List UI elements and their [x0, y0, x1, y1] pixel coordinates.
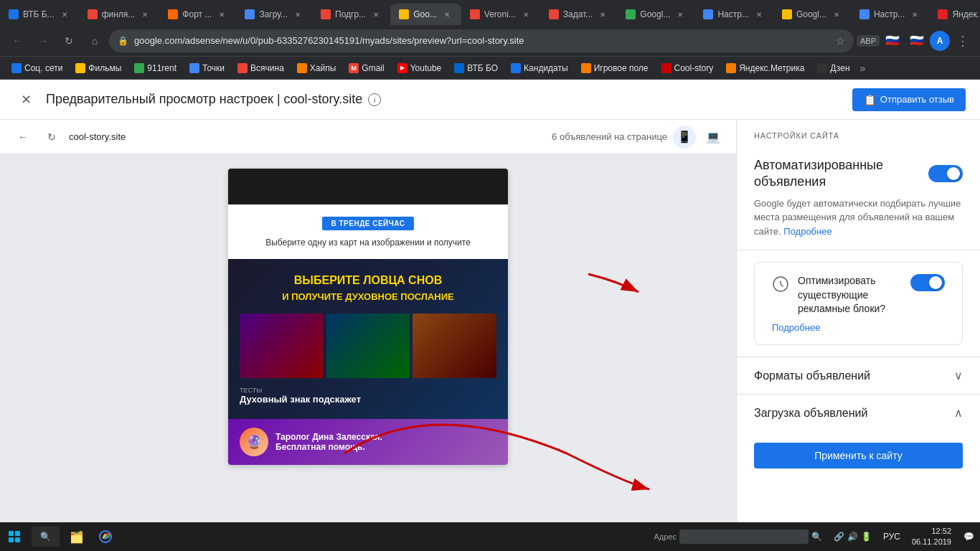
home-button[interactable]: ⌂ — [83, 29, 106, 52]
mobile-device-button[interactable]: 📱 — [673, 126, 696, 149]
address-label: Адрес — [654, 532, 677, 541]
trending-text: Выберите одну из карт на изображении и п… — [240, 237, 496, 248]
notification-button[interactable]: 💬 — [957, 522, 980, 551]
tab-google-active[interactable]: Goo... ✕ — [390, 4, 461, 25]
bookmarks-bar: Соц. сети Фильмы 911rent Точки Всячина Х… — [0, 57, 980, 80]
menu-button[interactable]: ⋮ — [951, 29, 974, 52]
bookmark-label: Игровое поле — [594, 63, 649, 73]
taskbar-right: Адрес 🔍 🔗 🔊 🔋 РУС 12:52 06.11.2019 💬 — [648, 522, 980, 551]
tab-favicon — [549, 9, 559, 19]
bookmark-dzen[interactable]: Дзен — [811, 61, 855, 75]
bookmark-yandex-metrika[interactable]: Яндекс.Метрика — [720, 61, 810, 75]
address-bar[interactable]: 🔒 google.com/adsense/new/u/0/pub-6335276… — [109, 29, 854, 52]
tab-veroni[interactable]: Veroni... ✕ — [461, 4, 540, 25]
info-icon[interactable]: i — [368, 93, 381, 106]
bookmark-favicon: ▶ — [397, 63, 407, 73]
bookmark-favicon — [454, 63, 464, 73]
back-button[interactable]: ← — [6, 29, 29, 52]
preview-back-button[interactable]: ← — [11, 126, 34, 149]
auto-ads-link[interactable]: Подробнее — [783, 226, 831, 237]
preview-reload-button[interactable]: ↻ — [40, 126, 63, 149]
preview-url: cool-story.site — [69, 131, 546, 142]
bookmark-youtube[interactable]: ▶ Youtube — [392, 61, 448, 75]
tab-close-icon[interactable]: ✕ — [59, 9, 70, 20]
taskbar-chrome-icon[interactable] — [91, 522, 120, 551]
apply-button[interactable]: Применить к сайту — [754, 443, 963, 468]
taskbar-search[interactable]: 🔍 — [32, 527, 60, 547]
formats-row[interactable]: Форматы объявлений ∨ — [737, 357, 980, 394]
bookmark-vsyachina[interactable]: Всячина — [232, 61, 290, 75]
loading-title: Загрузка объявлений — [754, 407, 867, 420]
bookmark-gmail[interactable]: M Gmail — [343, 61, 390, 75]
reload-button[interactable]: ↻ — [57, 29, 80, 52]
taskbar-address-input[interactable] — [679, 529, 809, 544]
tab-yandex[interactable]: Яндек... ✕ — [929, 4, 980, 25]
bookmark-cool-story[interactable]: Cool-story — [656, 61, 720, 75]
tab-label: Настр... — [874, 9, 905, 19]
tab-close-icon[interactable]: ✕ — [139, 9, 151, 20]
tab-googl2[interactable]: Googl... ✕ — [617, 4, 694, 25]
bookmark-star-icon[interactable]: ☆ — [836, 35, 845, 47]
loading-row[interactable]: Загрузка объявлений ∧ — [737, 395, 980, 431]
search-go-icon[interactable]: 🔍 — [811, 532, 822, 542]
bookmark-label: Gmail — [362, 63, 384, 73]
tab-nastr[interactable]: Настр... ✕ — [694, 4, 773, 25]
settings-section-title: НАСТРОЙКИ САЙТА — [737, 120, 980, 146]
tab-favicon — [168, 9, 178, 19]
bookmark-soc-seti[interactable]: Соц. сети — [6, 61, 68, 75]
tab-favicon — [938, 9, 948, 19]
promo-title-line1: ВЫБЕРИТЕ ЛОВЦА СНОВ — [240, 273, 496, 288]
bookmark-favicon — [75, 63, 85, 73]
auto-ads-header: Автоматизированные объявления — [754, 157, 963, 191]
bookmark-vtb-bo[interactable]: ВТБ БО — [448, 61, 504, 75]
taskbar-system-icons: 🔗 🔊 🔋 — [828, 532, 877, 542]
tab-label: Googl... — [640, 9, 670, 19]
tab-fort[interactable]: Форт ... ✕ — [159, 4, 236, 25]
tab-googl3[interactable]: Googl... ✕ — [773, 4, 851, 25]
address-bar-url: google.com/adsense/new/u/0/pub-633527623… — [134, 35, 830, 46]
tab-close-icon[interactable]: ✕ — [292, 9, 303, 20]
tab-close-icon[interactable]: ✕ — [216, 9, 227, 20]
taskbar-files-icon[interactable]: 🗂️ — [62, 522, 91, 551]
tab-close-icon[interactable]: ✕ — [370, 9, 382, 20]
bookmark-igrovoe-pole[interactable]: Игровое поле — [575, 61, 654, 75]
desktop-device-button[interactable]: 💻 — [702, 126, 725, 149]
tab-list: ВТБ Б... ✕ финля... ✕ Форт ... ✕ Загру..… — [0, 0, 980, 25]
forward-button[interactable]: → — [32, 29, 55, 52]
tab-finly[interactable]: финля... ✕ — [79, 4, 160, 25]
bookmark-khaipy[interactable]: Хайпы — [291, 61, 342, 75]
bookmark-kandidaty[interactable]: Кандидаты — [505, 61, 574, 75]
tab-podgr[interactable]: Подгр... ✕ — [312, 4, 390, 25]
preview-area: ← ↻ cool-story.site 6 объявлений на стра… — [0, 120, 980, 522]
bookmark-filmy[interactable]: Фильмы — [70, 61, 127, 75]
tab-nastr2[interactable]: Настр... ✕ — [851, 4, 930, 25]
send-feedback-button[interactable]: 📋 Отправить отзыв — [852, 88, 966, 111]
tab-close-icon[interactable]: ✕ — [441, 9, 453, 20]
auto-ads-toggle[interactable] — [928, 165, 963, 182]
tab-close-icon[interactable]: ✕ — [674, 9, 686, 20]
tab-close-icon[interactable]: ✕ — [909, 9, 920, 20]
tab-close-icon[interactable]: ✕ — [597, 9, 608, 20]
language-button[interactable]: РУС — [877, 532, 906, 542]
close-preview-button[interactable]: ✕ — [14, 88, 37, 111]
bookmark-911rent[interactable]: 911rent — [128, 61, 182, 75]
navigation-bar: ← → ↻ ⌂ 🔒 google.com/adsense/new/u/0/pub… — [0, 25, 980, 57]
auto-ads-section: Автоматизированные объявления Google буд… — [737, 146, 980, 250]
bookmark-tochki[interactable]: Точки — [184, 61, 230, 75]
promo-test-label: ТЕСТЫ — [240, 387, 496, 394]
optimize-toggle[interactable] — [910, 274, 945, 291]
start-button[interactable] — [0, 522, 29, 551]
tab-vtb[interactable]: ВТБ Б... ✕ — [0, 4, 79, 25]
battery-icon: 🔋 — [861, 532, 872, 542]
tab-zagr[interactable]: Загру... ✕ — [236, 4, 312, 25]
tab-close-icon[interactable]: ✕ — [831, 9, 842, 20]
profile-button[interactable]: A — [930, 31, 950, 51]
tab-zadat[interactable]: Задат... ✕ — [540, 4, 618, 25]
tab-close-icon[interactable]: ✕ — [520, 9, 532, 20]
optimize-link[interactable]: Подробнее — [772, 322, 945, 333]
tab-close-icon[interactable]: ✕ — [753, 9, 765, 20]
bookmarks-more-icon[interactable]: » — [857, 60, 869, 76]
tab-favicon — [9, 9, 19, 19]
bookmark-favicon — [297, 63, 307, 73]
bookmark-favicon — [11, 63, 22, 73]
